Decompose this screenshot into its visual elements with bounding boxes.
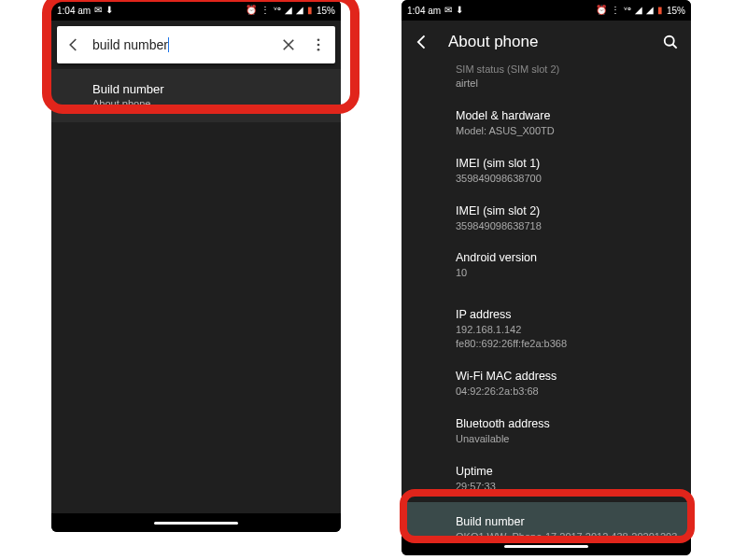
settings-list[interactable]: SIM status (SIM slot 2) airtel Model & h… [402,63,691,537]
volte-icon: ᵛᵒ [274,6,281,15]
item-label: Wi-Fi MAC address [456,370,678,383]
app-bar: About phone [402,21,691,63]
item-label: IMEI (sim slot 1) [456,157,678,170]
list-item[interactable]: Model & hardware Model: ASUS_X00TD [402,100,691,147]
phone-screenshot-left: 1:04 am ✉ ⬇ ⏰ ⋮ ᵛᵒ ◢ ◢ ▮ 15% build numbe… [51,0,341,532]
wifi-icon: ⋮ [261,6,270,15]
item-value: 192.168.1.142 fe80::692:26ff:fe2a:b368 [456,323,678,351]
list-item-build-number[interactable]: Build number QKQ1.WW_Phone-17.2017.2012.… [402,502,691,537]
back-button[interactable] [413,33,431,51]
item-label: Build number [456,515,678,528]
list-item[interactable]: Android version 10 [402,242,691,289]
nav-pill[interactable] [154,522,238,525]
wifi-icon: ⋮ [611,6,620,15]
item-label: IP address [456,308,678,321]
phone-screenshot-right: 1:04 am ✉ ⬇ ⏰ ⋮ ᵛᵒ ◢ ◢ ▮ 15% About phone… [402,0,691,555]
navigation-bar [402,537,691,555]
signal-icon: ◢ [635,6,642,15]
list-item[interactable]: IP address 192.168.1.142 fe80::692:26ff:… [402,299,691,360]
item-value: 04:92:26:2a:b3:68 [456,385,678,399]
item-label: Bluetooth address [456,417,678,430]
item-value: Unavailable [456,432,678,446]
item-value: airtel [456,77,678,91]
item-value: 29:57:33 [456,480,678,494]
nav-pill[interactable] [504,545,588,548]
list-item[interactable]: Bluetooth address Unavailable [402,408,691,455]
item-label: Android version [456,251,678,264]
list-item[interactable]: Uptime 29:57:33 [402,455,691,503]
search-input-text: build number [92,37,168,52]
alarm-icon: ⏰ [596,6,607,15]
signal-icon: ◢ [646,6,654,15]
status-time: 1:04 am [57,6,91,16]
search-container: build number [51,21,341,69]
more-menu-button[interactable] [307,34,330,56]
navigation-bar [51,513,341,532]
svg-point-3 [665,36,674,46]
list-item[interactable]: Wi-Fi MAC address 04:92:26:2a:b3:68 [402,360,691,408]
search-bar: build number [57,26,335,63]
search-result-item[interactable]: Build number About phone [51,69,341,122]
battery-percent: 15% [317,6,335,16]
item-label: Uptime [456,465,678,478]
search-result-title: Build number [92,82,331,96]
search-button[interactable] [661,33,680,51]
item-value: 359849098638700 [456,172,678,186]
svg-point-1 [317,44,320,47]
item-value: Model: ASUS_X00TD [456,124,678,138]
battery-icon: ▮ [657,6,663,15]
list-item[interactable]: IMEI (sim slot 2) 359849098638718 [402,195,691,243]
status-bar: 1:04 am ✉ ⬇ ⏰ ⋮ ᵛᵒ ◢ ◢ ▮ 15% [402,0,691,21]
volte-icon: ᵛᵒ [624,6,631,15]
page-title: About phone [448,33,538,51]
search-input[interactable]: build number [92,37,270,52]
item-label: SIM status (SIM slot 2) [456,63,678,75]
svg-point-0 [317,38,320,41]
item-label: Model & hardware [456,109,678,122]
clear-button[interactable] [277,34,300,56]
signal-icon: ◢ [285,6,292,15]
status-bar: 1:04 am ✉ ⬇ ⏰ ⋮ ᵛᵒ ◢ ◢ ▮ 15% [51,0,341,21]
item-value: 359849098638718 [456,219,678,233]
item-value: 10 [456,266,678,280]
list-item[interactable]: IMEI (sim slot 1) 359849098638700 [402,147,691,195]
search-result-subtitle: About phone [92,98,331,109]
back-button[interactable] [63,34,85,56]
notification-icon: ⬇ [106,6,113,15]
status-time: 1:04 am [407,6,441,16]
notification-icon: ⬇ [456,6,463,15]
battery-percent: 15% [667,6,685,16]
notification-icon: ✉ [444,6,452,15]
svg-point-2 [317,49,320,51]
item-label: IMEI (sim slot 2) [456,204,678,217]
list-item[interactable]: SIM status (SIM slot 2) airtel [402,63,691,100]
text-cursor [168,37,169,52]
signal-icon: ◢ [296,6,303,15]
alarm-icon: ⏰ [246,6,257,15]
battery-icon: ▮ [307,6,313,15]
notification-icon: ✉ [94,6,102,15]
